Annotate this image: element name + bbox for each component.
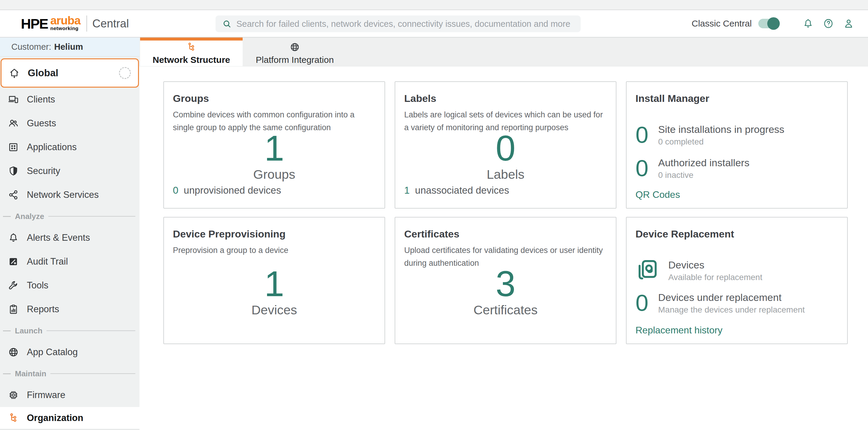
certificates-count: 3 [496,269,516,299]
audit-trail-icon [8,256,19,267]
app-header: HPE aruba networking Central Classic Cen… [0,10,868,38]
sidebar-item-applications[interactable]: Applications [0,135,140,159]
app-catalog-globe-icon [8,346,19,358]
globe-icon [289,42,300,53]
section-rule [3,216,11,217]
guests-icon [8,118,19,129]
user-account-icon[interactable] [843,18,854,29]
sidebar-item-firmware[interactable]: Firmware [0,383,140,407]
labels-count-block: 0 Labels [395,133,616,182]
preprovisioning-count: 1 [265,269,284,299]
product-name: Central [92,17,129,30]
card-title: Labels [404,82,607,104]
card-groups[interactable]: Groups Combine devices with common confi… [163,81,385,208]
card-device-preprovisioning[interactable]: Device Preprovisioning Preprovision a gr… [163,217,385,344]
global-search[interactable] [216,15,581,32]
tab-platform-integration[interactable]: Platform Integration [243,38,347,66]
customer-label: Customer: [11,42,51,52]
replacement-history-link[interactable]: Replacement history [636,325,722,336]
certificates-count-block: 3 Certificates [395,269,616,317]
card-install-manager[interactable]: Install Manager 0 Site installations in … [626,81,848,208]
card-title: Certificates [404,218,607,240]
search-icon [222,19,231,29]
hpe-logo-text: HPE [21,15,48,32]
section-rule [46,330,135,331]
sidebar-section-analyze: Analyze [0,207,140,226]
scope-label: Global [28,67,58,79]
section-rule [51,373,135,374]
install-manager-stats: 0 Site installations in progress 0 compl… [636,122,838,181]
devices-under-replacement-stat: 0 Devices under replacement Manage the d… [636,290,838,315]
sidebar: Customer: Helium Global Clients Guests [0,38,140,435]
firmware-chip-icon [8,390,19,401]
groups-count: 1 [265,133,284,163]
notifications-bell-icon[interactable] [802,18,814,29]
sidebar-item-reports[interactable]: Reports [0,297,140,321]
groups-count-label: Groups [253,167,295,182]
security-shield-icon [8,165,19,177]
tab-bar: Network Structure Platform Integration [140,38,868,66]
device-replacement-stats: Devices Available for replacement 0 Devi… [636,258,838,315]
preprovisioning-count-block: 1 Devices [164,269,384,317]
card-labels[interactable]: Labels Labels are logical sets of device… [395,81,616,208]
sidebar-tail [0,430,140,435]
loading-spinner-icon [119,67,131,79]
section-rule [3,330,11,331]
authorized-installers-stat: 0 Authorized installers 0 inactive [636,155,838,181]
site-installations-stat: 0 Site installations in progress 0 compl… [636,122,838,147]
section-rule [48,216,135,216]
card-title: Install Manager [636,82,838,104]
tab-label: Platform Integration [256,55,334,65]
help-icon[interactable] [823,18,834,29]
home-network-icon [9,67,20,79]
toggle-knob [767,17,780,30]
organization-hierarchy-icon [8,412,19,424]
scope-selector-global[interactable]: Global [1,58,139,88]
certificates-count-label: Certificates [473,303,537,317]
devices-available-stat: Devices Available for replacement [636,258,838,282]
sidebar-item-app-catalog[interactable]: App Catalog [0,340,140,364]
customer-name: Helium [54,42,83,52]
network-structure-icon [186,42,197,53]
sidebar-item-audit-trail[interactable]: Audit Trail [0,250,140,273]
tools-wrench-icon [8,280,19,291]
classic-central-toggle[interactable] [758,19,779,28]
device-search-icon [636,258,660,282]
sidebar-item-network-services[interactable]: Network Services [0,183,140,207]
groups-count-block: 1 Groups [164,133,384,182]
sidebar-item-clients[interactable]: Clients [0,88,140,111]
labels-count-label: Labels [487,167,525,182]
sidebar-item-guests[interactable]: Guests [0,111,140,135]
card-device-replacement[interactable]: Device Replacement Devices Available for… [626,217,848,344]
card-certificates[interactable]: Certificates Upload certificates for val… [395,217,616,344]
card-title: Groups [173,82,376,104]
browser-top-strip [0,0,868,10]
reports-icon [8,304,19,315]
tab-network-structure[interactable]: Network Structure [140,38,243,66]
clients-icon [8,94,19,105]
sidebar-section-launch: Launch [0,321,140,340]
sidebar-item-alerts-events[interactable]: Alerts & Events [0,226,140,250]
classic-central-label: Classic Central [691,19,752,29]
aruba-logo: aruba networking [51,15,81,32]
main-content: Groups Combine devices with common confi… [140,66,868,435]
card-title: Device Preprovisioning [173,218,376,240]
app-window: HPE aruba networking Central Classic Cen… [0,0,868,435]
customer-banner: Customer: Helium [0,38,140,57]
card-description: Preprovision a group to a device [173,244,376,257]
tab-label: Network Structure [153,55,230,65]
search-input[interactable] [237,19,581,29]
unprovisioned-devices-link[interactable]: 0unprovisioned devices [173,185,281,196]
applications-icon [8,141,19,153]
logo-divider [87,15,87,32]
sidebar-item-organization-active[interactable]: Organization [0,407,140,430]
sidebar-item-tools[interactable]: Tools [0,273,140,297]
card-title: Device Replacement [636,218,838,240]
unassociated-devices-link[interactable]: 1unassociated devices [404,185,509,196]
qr-codes-link[interactable]: QR Codes [636,189,680,200]
sidebar-item-security[interactable]: Security [0,159,140,183]
network-services-icon [8,189,19,201]
sidebar-section-maintain: Maintain [0,364,140,383]
alerts-bell-icon [8,232,19,243]
hpe-aruba-logo: HPE aruba networking Central [21,10,129,37]
